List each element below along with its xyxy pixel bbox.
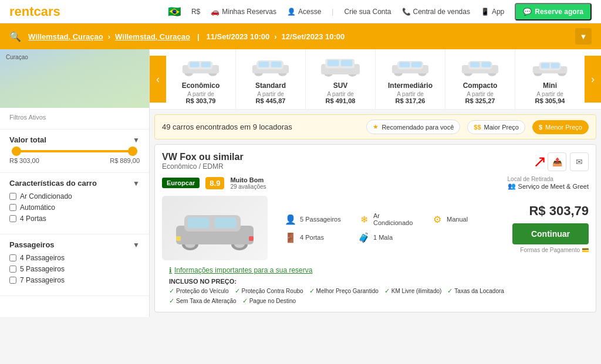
important-info-link[interactable]: ℹ Informações importantes para a sua res…	[169, 266, 582, 274]
rating-label: Muito Bom	[230, 176, 266, 183]
category-economico[interactable]: Econômico A partir de R$ 303,79	[166, 49, 236, 109]
category-mini[interactable]: Mini A partir de R$ 305,94	[515, 49, 585, 109]
continue-button[interactable]: Continuar	[512, 223, 589, 244]
svg-rect-23	[411, 62, 422, 67]
cat-name-mini: Mini	[518, 81, 582, 90]
slider-thumb-right[interactable]	[128, 147, 137, 156]
sort-recommended-button[interactable]: ★ Recomendado para você	[366, 120, 460, 134]
separator: |	[197, 32, 200, 41]
dollar-double-icon: $$	[474, 124, 481, 131]
search-origin[interactable]: Willemstad, Curaçao	[28, 32, 103, 41]
included-item-5: ✓ Sem Taxa de Alteração	[169, 297, 237, 305]
feature-luggage: 🧳 1 Mala	[357, 231, 428, 244]
supplier-badge: Europcar	[162, 178, 200, 188]
nav-item-central[interactable]: 📞 Central de vendas	[402, 8, 470, 16]
slider-thumb-left[interactable]	[12, 147, 21, 156]
category-compacto[interactable]: Compacto A partir de R$ 325,27	[445, 49, 515, 109]
checkbox-4pass-input[interactable]	[9, 254, 16, 261]
sort-highest-price-button[interactable]: $$ Maior Preço	[467, 120, 525, 134]
svg-rect-35	[551, 63, 559, 69]
car-features-toggle[interactable]: ▼	[133, 179, 140, 188]
search-checkout[interactable]: 12/Set/2023 10:00	[282, 32, 345, 41]
nav-item-app[interactable]: 📱 App	[481, 8, 504, 16]
included-item-4: ✓ Taxas da Locadora	[447, 287, 504, 295]
svg-rect-34	[541, 63, 549, 69]
feature-doors: 🚪 4 Portas	[284, 231, 355, 244]
feature-transmission: ⚙ Manual	[431, 212, 502, 226]
category-next-button[interactable]: ›	[585, 56, 601, 103]
included-item-0: ✓ Proteção do Veículo	[169, 287, 229, 295]
svg-rect-44	[176, 236, 181, 241]
pickup-info: Local de Retirada 👥 Serviço de Meet & Gr…	[508, 176, 589, 190]
search-checkin[interactable]: 11/Set/2023 10:00	[207, 32, 270, 41]
checkbox-5pass-label: 5 Passageiros	[20, 265, 65, 273]
nav-item-acesse[interactable]: 👤 Acesse	[287, 8, 321, 16]
cat-price-label-mini: A partir de	[518, 91, 582, 97]
active-filters-section: Filtros Ativos	[0, 108, 149, 130]
checkbox-auto: Automático	[9, 203, 140, 212]
car-title: VW Fox ou similar	[162, 152, 244, 162]
sort-lowest-price-button[interactable]: $ Menor Preço	[532, 120, 589, 134]
transmission-label: Manual	[447, 216, 468, 223]
arrow-icon-2: ›	[274, 32, 276, 41]
logo[interactable]: rentcars	[9, 4, 60, 19]
included-text-6: Pague no Destino	[249, 298, 296, 304]
search-destination[interactable]: Willemstad, Curaçao	[115, 32, 190, 41]
checkbox-auto-input[interactable]	[9, 204, 16, 211]
checkbox-5pass-input[interactable]	[9, 266, 16, 273]
checkbox-7pass-input[interactable]	[9, 277, 16, 284]
included-item-3: ✓ KM Livre (ilimitado)	[384, 287, 442, 295]
checkbox-ar-input[interactable]	[9, 193, 16, 200]
category-prev-button[interactable]: ‹	[150, 56, 166, 103]
car-image-area	[162, 196, 279, 260]
included-item-1: ✓ Proteção Contra Roubo	[235, 287, 303, 295]
price-range-toggle[interactable]: ▼	[133, 136, 140, 144]
price-range-label: Valor total	[9, 135, 46, 144]
credit-card-icon: 💳	[582, 247, 589, 253]
included-text-1: Proteção Contra Roubo	[242, 288, 303, 294]
included-text-5: Sem Taxa de Alteração	[176, 298, 237, 304]
svg-rect-42	[188, 217, 209, 228]
price-slider[interactable]	[12, 150, 137, 152]
svg-rect-29	[482, 62, 491, 67]
filters-active-label: Filtros Ativos	[9, 114, 140, 121]
nav-item-create[interactable]: Crie sua Conta	[344, 8, 391, 16]
cat-name-compacto: Compacto	[448, 81, 512, 90]
content-area: ‹ Econômico A partir de R$ 303,79	[150, 49, 601, 317]
doors-label: 4 Portas	[300, 234, 324, 241]
car-price-area: R$ 303,79 Continuar Formas de Pagamento …	[507, 203, 589, 253]
checkbox-4pass: 4 Passageiros	[9, 254, 140, 262]
passengers-icon: 👤	[284, 213, 297, 226]
whatsapp-button[interactable]: 💬 Reserve agora	[515, 3, 592, 21]
flag-icon: 🇧🇷	[168, 5, 181, 18]
category-standard[interactable]: Standard A partir de R$ 445,87	[236, 49, 306, 109]
category-suv[interactable]: SUV A partir de R$ 491,08	[306, 49, 376, 109]
payment-label: Formas de Pagamento	[520, 247, 580, 253]
divider: |	[332, 8, 333, 16]
email-button[interactable]: ✉	[570, 152, 589, 171]
logo-text: rent	[9, 4, 34, 19]
svg-rect-11	[271, 62, 282, 67]
feature-passengers: 👤 5 Passageiros	[284, 212, 355, 226]
svg-rect-10	[259, 62, 269, 67]
car-category: Econômico / EDMR	[162, 162, 244, 171]
cat-price-label-suv: A partir de	[308, 91, 373, 97]
search-content: Willemstad, Curaçao › Willemstad, Curaça…	[28, 32, 568, 41]
share-icon: 📤	[552, 157, 562, 166]
category-intermediario[interactable]: Intermediário A partir de R$ 317,26	[376, 49, 445, 109]
nav-item-reservas[interactable]: 🚗 Minhas Reservas	[211, 8, 276, 16]
share-button[interactable]: 📤	[548, 152, 566, 171]
luggage-icon: 🧳	[357, 231, 370, 244]
passengers-label: Passageiros	[9, 240, 55, 249]
car-actions: ↗ 📤 ✉	[533, 152, 589, 171]
checkbox-5pass: 5 Passageiros	[9, 265, 140, 273]
cat-price-compacto: R$ 325,27	[448, 97, 512, 104]
ac-icon: ❄	[357, 213, 370, 226]
svg-rect-16	[327, 60, 339, 66]
search-expand-button[interactable]: ▼	[575, 28, 592, 45]
passengers-title: Passageiros ▼	[9, 240, 140, 249]
cat-price-label-economico: A partir de	[168, 91, 233, 97]
passengers-toggle[interactable]: ▼	[133, 241, 140, 249]
checkbox-portas-input[interactable]	[9, 215, 16, 222]
luggage-label: 1 Mala	[373, 234, 393, 241]
